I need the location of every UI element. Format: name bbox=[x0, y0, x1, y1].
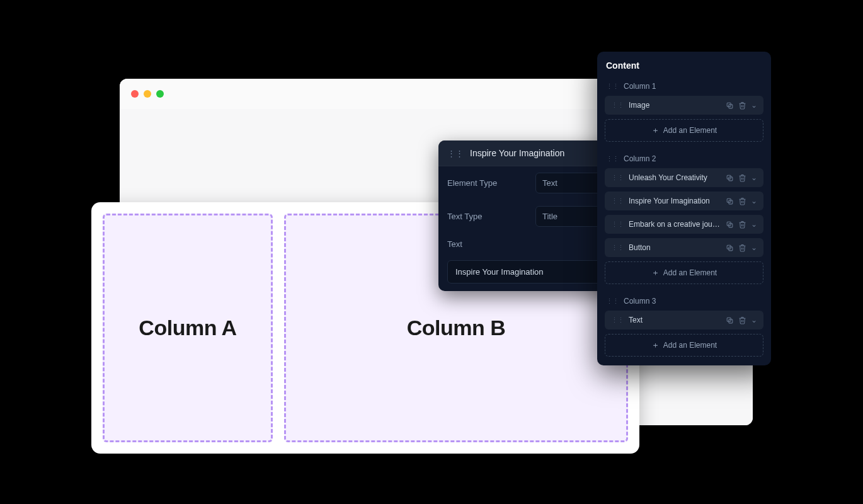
chevron-down-icon[interactable]: ⌄ bbox=[751, 101, 757, 110]
window-minimize-icon[interactable] bbox=[144, 90, 151, 98]
duplicate-icon[interactable] bbox=[726, 316, 734, 324]
content-panel-title: Content bbox=[605, 60, 763, 71]
add-element-label: Add an Element bbox=[663, 341, 717, 350]
add-element-label: Add an Element bbox=[663, 268, 717, 277]
column-header-label: Column 1 bbox=[624, 82, 656, 91]
content-item-label: Image bbox=[629, 101, 721, 110]
content-item[interactable]: ⋮⋮Unleash Your Creativity⌄ bbox=[605, 168, 763, 187]
plus-icon: ＋ bbox=[651, 340, 660, 351]
delete-icon[interactable] bbox=[738, 197, 746, 205]
element-type-label: Element Type bbox=[447, 178, 529, 188]
add-element-button[interactable]: ＋Add an Element bbox=[605, 119, 763, 142]
column-header[interactable]: ⋮⋮Column 3 bbox=[605, 293, 763, 311]
duplicate-icon[interactable] bbox=[726, 244, 734, 252]
delete-icon[interactable] bbox=[738, 244, 746, 252]
drag-handle-icon[interactable]: ⋮⋮ bbox=[611, 244, 624, 252]
content-item[interactable]: ⋮⋮Button⌄ bbox=[605, 238, 763, 257]
column-b-label: Column B bbox=[407, 316, 506, 340]
content-item-label: Text bbox=[629, 316, 721, 324]
delete-icon[interactable] bbox=[738, 316, 746, 324]
chevron-down-icon[interactable]: ⌄ bbox=[751, 243, 757, 252]
window-maximize-icon[interactable] bbox=[156, 90, 164, 98]
delete-icon[interactable] bbox=[738, 174, 746, 182]
drag-handle-icon[interactable]: ⋮⋮ bbox=[611, 220, 624, 229]
drag-handle-icon[interactable]: ⋮⋮ bbox=[611, 197, 624, 205]
plus-icon: ＋ bbox=[651, 267, 660, 278]
content-item[interactable]: ⋮⋮Embark on a creative journey li...⌄ bbox=[605, 215, 763, 234]
content-item[interactable]: ⋮⋮Image⌄ bbox=[605, 96, 763, 115]
window-close-icon[interactable] bbox=[131, 90, 139, 98]
content-item-label: Inspire Your Imagination bbox=[629, 197, 721, 205]
column-a-label: Column A bbox=[139, 316, 236, 340]
drag-handle-icon[interactable]: ⋮⋮ bbox=[447, 149, 464, 158]
content-item[interactable]: ⋮⋮Text⌄ bbox=[605, 311, 763, 329]
add-element-label: Add an Element bbox=[663, 126, 717, 135]
content-item[interactable]: ⋮⋮Inspire Your Imagination⌄ bbox=[605, 192, 763, 210]
chevron-down-icon[interactable]: ⌄ bbox=[751, 173, 757, 182]
add-element-button[interactable]: ＋Add an Element bbox=[605, 334, 763, 357]
add-element-button[interactable]: ＋Add an Element bbox=[605, 261, 763, 284]
delete-icon[interactable] bbox=[738, 101, 746, 110]
column-header[interactable]: ⋮⋮Column 1 bbox=[605, 78, 763, 96]
column-header-label: Column 2 bbox=[624, 154, 656, 163]
drag-handle-icon[interactable]: ⋮⋮ bbox=[611, 101, 624, 110]
delete-icon[interactable] bbox=[738, 220, 746, 229]
editor-title: Inspire Your Imagination bbox=[470, 148, 564, 158]
drag-handle-icon[interactable]: ⋮⋮ bbox=[611, 174, 624, 182]
content-item-label: Unleash Your Creativity bbox=[629, 173, 721, 182]
chevron-down-icon[interactable]: ⌄ bbox=[751, 220, 757, 229]
duplicate-icon[interactable] bbox=[726, 197, 734, 205]
content-item-label: Button bbox=[629, 243, 721, 252]
chevron-down-icon[interactable]: ⌄ bbox=[751, 197, 757, 205]
dropzone-column-a[interactable]: Column A bbox=[103, 214, 273, 442]
drag-handle-icon[interactable]: ⋮⋮ bbox=[606, 155, 619, 163]
content-panel: Content ⋮⋮Column 1⋮⋮Image⌄＋Add an Elemen… bbox=[597, 52, 771, 365]
duplicate-icon[interactable] bbox=[726, 174, 734, 182]
drag-handle-icon[interactable]: ⋮⋮ bbox=[606, 83, 619, 91]
text-type-label: Text Type bbox=[447, 212, 529, 221]
plus-icon: ＋ bbox=[651, 125, 660, 136]
column-header[interactable]: ⋮⋮Column 2 bbox=[605, 151, 763, 168]
drag-handle-icon[interactable]: ⋮⋮ bbox=[611, 316, 624, 324]
duplicate-icon[interactable] bbox=[726, 220, 734, 229]
duplicate-icon[interactable] bbox=[726, 101, 734, 110]
column-header-label: Column 3 bbox=[624, 297, 656, 306]
content-item-label: Embark on a creative journey li... bbox=[629, 220, 721, 229]
drag-handle-icon[interactable]: ⋮⋮ bbox=[606, 297, 619, 306]
chevron-down-icon[interactable]: ⌄ bbox=[751, 316, 757, 324]
